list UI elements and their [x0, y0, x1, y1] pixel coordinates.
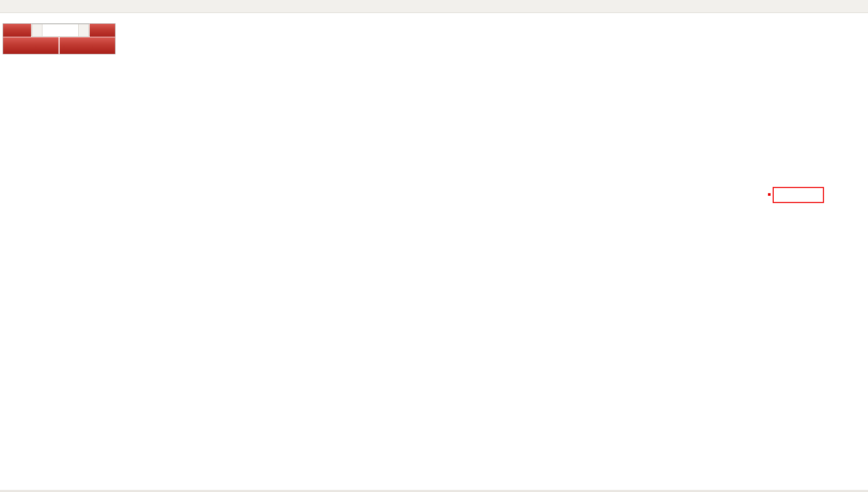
- volume-input[interactable]: [42, 24, 78, 36]
- price-callout[interactable]: [773, 187, 824, 203]
- callout-anchor-square[interactable]: [768, 193, 771, 196]
- toolbar: [0, 0, 868, 13]
- sell-button[interactable]: [3, 24, 31, 37]
- macd-pane-label: [3, 293, 8, 299]
- buy-price-button[interactable]: [60, 37, 115, 54]
- bottom-strip: [0, 490, 868, 492]
- price-chart-canvas[interactable]: [0, 0, 868, 492]
- volume-down-button[interactable]: [32, 24, 42, 36]
- one-click-trading-widget: [3, 24, 115, 54]
- volume-up-button[interactable]: [78, 24, 89, 36]
- volume-stepper: [32, 24, 89, 37]
- chart-title: [4, 15, 9, 21]
- rsi-pane-label: [3, 396, 6, 402]
- sell-price-button[interactable]: [3, 37, 59, 54]
- buy-button[interactable]: [90, 24, 115, 37]
